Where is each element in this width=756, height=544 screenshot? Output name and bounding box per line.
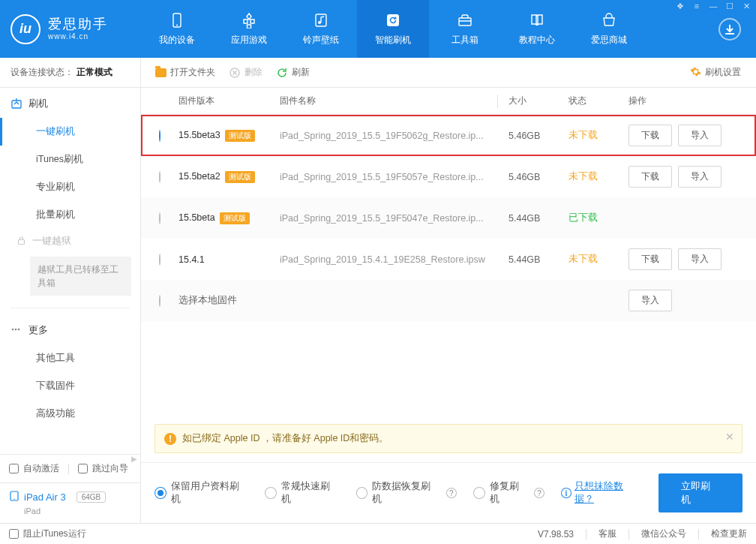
firmware-row[interactable]: 15.5beta测试版iPad_Spring_2019_15.5_19F5047… (141, 197, 756, 239)
radio-icon (265, 487, 277, 499)
device-info[interactable]: iPad Air 3 64GB iPad (0, 482, 140, 523)
flash-opt-keep-data[interactable]: 保留用户资料刷机 (154, 480, 248, 506)
toolbar-actions: 打开文件夹 删除 刷新 刷机设置 (141, 66, 756, 80)
sidebar-item[interactable]: 专业刷机 (0, 173, 140, 201)
device-scroll-indicator[interactable]: ▶ (131, 455, 137, 463)
column-header: 固件版本 固件名称 大小 状态 操作 (141, 88, 756, 115)
nav-label: 爱思商城 (591, 34, 627, 47)
help-icon[interactable]: ? (446, 488, 457, 498)
nav-phone[interactable]: 我的设备 (141, 0, 213, 58)
download-button[interactable]: 下载 (628, 125, 672, 146)
firmware-row[interactable]: 15.5beta2测试版iPad_Spring_2019_15.5_19F505… (141, 156, 756, 197)
device-storage: 64GB (76, 491, 106, 503)
sidebar-item[interactable]: iTunes刷机 (0, 146, 140, 173)
gear-icon (690, 66, 701, 80)
start-flash-button[interactable]: 立即刷机 (658, 473, 742, 512)
firmware-status: 未下载 (568, 129, 628, 142)
radio-icon (473, 487, 485, 499)
warning-icon: ! (164, 433, 176, 445)
nav-label: 铃声壁纸 (303, 34, 339, 47)
download-icon (724, 24, 735, 35)
nav-label: 工具箱 (452, 34, 478, 47)
download-button[interactable]: 下载 (628, 166, 672, 188)
auto-activate-checkbox[interactable] (9, 464, 19, 473)
window-minimize[interactable]: — (708, 2, 718, 11)
window-close[interactable]: ✕ (741, 2, 752, 11)
sidebar-item[interactable]: 批量刷机 (0, 201, 140, 229)
col-ops: 操作 (628, 95, 756, 107)
sidebar-item[interactable]: 高级功能 (0, 400, 140, 428)
nav-refresh[interactable]: 智能刷机 (357, 0, 429, 58)
import-button[interactable]: 导入 (678, 125, 722, 146)
app-version: V7.98.53 (538, 529, 574, 539)
firmware-row[interactable]: 选择本地固件导入 (141, 280, 756, 321)
firmware-radio[interactable] (159, 130, 160, 142)
flash-settings-button[interactable]: 刷机设置 (690, 66, 741, 80)
nav-music[interactable]: 铃声壁纸 (285, 0, 357, 58)
import-button[interactable]: 导入 (628, 290, 672, 311)
svg-rect-5 (459, 18, 471, 26)
sidebar-item[interactable]: 其他工具 (0, 344, 140, 372)
firmware-name: iPad_Spring_2019_15.5_19F5062g_Restore.i… (280, 131, 508, 141)
customer-service-link[interactable]: 客服 (598, 527, 616, 540)
nav-book[interactable]: 教程中心 (501, 0, 573, 58)
sidebar-item[interactable]: 下载固件 (0, 372, 140, 400)
firmware-name: iPad_Spring_2019_15.5_19F5057e_Restore.i… (280, 172, 508, 182)
sidebar-group-more-label: 更多 (28, 323, 48, 337)
svg-point-9 (12, 329, 14, 331)
firmware-row[interactable]: 15.5beta3测试版iPad_Spring_2019_15.5_19F506… (141, 115, 756, 156)
window-maximize[interactable]: ☐ (724, 2, 735, 11)
sidebar-group-flash: 刷机 (0, 88, 140, 118)
device-name: iPad Air 3 (24, 491, 66, 503)
toolbar: 设备连接状态： 正常模式 打开文件夹 删除 刷新 刷机设置 (0, 58, 756, 88)
flash-opt-normal[interactable]: 常规快速刷机 (265, 480, 339, 506)
firmware-radio[interactable] (159, 295, 160, 307)
open-folder-button[interactable]: 打开文件夹 (154, 66, 215, 79)
firmware-radio[interactable] (159, 171, 160, 183)
nav-shop[interactable]: 爱思商城 (573, 0, 645, 58)
open-folder-label: 打开文件夹 (170, 66, 215, 79)
firmware-size: 5.44GB (508, 213, 568, 224)
block-itunes-checkbox[interactable] (9, 529, 19, 539)
firmware-version: 15.5beta2测试版 (178, 171, 280, 183)
skip-guide-checkbox[interactable] (78, 464, 88, 473)
check-update-link[interactable]: 检查更新 (711, 527, 747, 540)
conn-value: 正常模式 (76, 66, 112, 79)
wechat-link[interactable]: 微信公众号 (641, 527, 686, 540)
help-icon[interactable]: ? (534, 488, 544, 498)
nav-label: 应用游戏 (231, 34, 267, 47)
col-status: 状态 (568, 95, 628, 107)
firmware-row[interactable]: 15.4.1iPad_Spring_2019_15.4.1_19E258_Res… (141, 239, 756, 280)
nav-toolbox[interactable]: 工具箱 (429, 0, 501, 58)
flash-opt-repair[interactable]: 修复刷机 ? (473, 480, 544, 506)
download-button[interactable]: 下载 (628, 248, 672, 270)
import-button[interactable]: 导入 (678, 166, 722, 188)
nav-apps[interactable]: 应用游戏 (213, 0, 285, 58)
sidebar-item[interactable]: 一键刷机 (0, 118, 140, 146)
book-icon (528, 11, 546, 29)
refresh-button[interactable]: 刷新 (276, 66, 310, 79)
info-icon: i (561, 488, 572, 498)
firmware-ops: 下载导入 (628, 166, 756, 188)
erase-data-link[interactable]: 只想抹除数据？ (574, 480, 642, 506)
firmware-radio[interactable] (159, 212, 160, 224)
menu-icon[interactable]: ≡ (692, 2, 702, 11)
app-header: iu 爱思助手 www.i4.cn 我的设备应用游戏铃声壁纸智能刷机工具箱教程中… (0, 0, 756, 58)
sidebar-group-flash-label: 刷机 (28, 97, 48, 110)
toolbox-icon (456, 11, 474, 29)
radio-icon (356, 487, 368, 499)
firmware-radio[interactable] (159, 254, 160, 266)
device-type: iPad (24, 506, 131, 515)
app-title-en: www.i4.cn (48, 32, 108, 41)
more-icon (10, 324, 22, 336)
theme-icon[interactable]: ❖ (675, 2, 686, 11)
apps-icon (240, 11, 258, 29)
col-size: 大小 (508, 95, 568, 107)
auto-activate-label: 自动激活 (23, 462, 59, 475)
flash-opt-anti-recovery[interactable]: 防数据恢复刷机 ? (356, 480, 457, 506)
import-button[interactable]: 导入 (678, 248, 722, 270)
col-name: 固件名称 (280, 95, 497, 107)
banner-close[interactable]: ✕ (725, 431, 734, 443)
app-title-cn: 爱思助手 (48, 17, 108, 32)
download-manager-button[interactable] (718, 18, 741, 41)
